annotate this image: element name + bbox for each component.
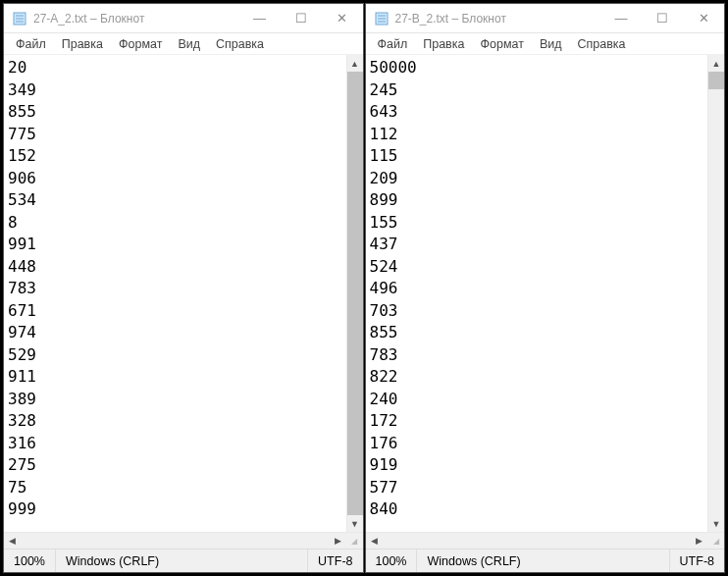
- notepad-window-a: 27-A_2.txt – Блокнот ― ☐ ✕ Файл Правка Ф…: [3, 3, 364, 573]
- text-content[interactable]: 20 349 855 775 152 906 534 8 991 448 783…: [4, 55, 346, 532]
- minimize-button[interactable]: ―: [239, 4, 281, 32]
- menu-edit[interactable]: Правка: [56, 35, 109, 53]
- resize-grip-icon[interactable]: ◢: [346, 533, 363, 549]
- hscroll-track[interactable]: [383, 533, 692, 549]
- notepad-icon: [12, 11, 27, 26]
- horizontal-scrollbar[interactable]: ◀ ▶ ◢: [366, 532, 725, 549]
- menubar: Файл Правка Формат Вид Справка: [366, 33, 725, 55]
- status-encoding: UTF-8: [670, 550, 724, 572]
- hscroll-track[interactable]: [21, 533, 330, 549]
- window-controls: ― ☐ ✕: [239, 4, 363, 32]
- scroll-down-icon[interactable]: ▼: [708, 515, 724, 532]
- menu-format[interactable]: Формат: [113, 35, 168, 53]
- menu-help[interactable]: Справка: [572, 35, 632, 53]
- close-button[interactable]: ✕: [683, 4, 724, 32]
- minimize-button[interactable]: ―: [600, 4, 642, 32]
- window-title: 27-B_2.txt – Блокнот: [395, 12, 601, 26]
- menu-view[interactable]: Вид: [534, 35, 568, 53]
- maximize-button[interactable]: ☐: [642, 4, 683, 32]
- scroll-thumb[interactable]: [347, 72, 363, 515]
- titlebar[interactable]: 27-B_2.txt – Блокнот ― ☐ ✕: [366, 4, 725, 33]
- vertical-scrollbar[interactable]: ▲ ▼: [346, 55, 363, 532]
- menu-file[interactable]: Файл: [10, 35, 52, 53]
- notepad-icon: [374, 11, 390, 26]
- maximize-button[interactable]: ☐: [281, 4, 322, 32]
- scroll-track[interactable]: [708, 72, 724, 515]
- status-zoom: 100%: [4, 550, 56, 572]
- vertical-scrollbar[interactable]: ▲ ▼: [707, 55, 724, 532]
- menubar: Файл Правка Формат Вид Справка: [4, 33, 363, 55]
- scroll-track[interactable]: [347, 72, 363, 515]
- scroll-thumb[interactable]: [708, 72, 724, 89]
- resize-grip-icon[interactable]: ◢: [707, 533, 724, 549]
- menu-file[interactable]: Файл: [372, 35, 414, 53]
- text-content[interactable]: 50000 245 643 112 115 209 899 155 437 52…: [366, 55, 708, 532]
- scroll-left-icon[interactable]: ◀: [4, 533, 21, 549]
- status-eol: Windows (CRLF): [417, 550, 669, 572]
- notepad-window-b: 27-B_2.txt – Блокнот ― ☐ ✕ Файл Правка Ф…: [365, 3, 726, 573]
- statusbar: 100% Windows (CRLF) UTF-8: [366, 549, 725, 572]
- status-eol: Windows (CRLF): [56, 550, 308, 572]
- menu-view[interactable]: Вид: [172, 35, 206, 53]
- statusbar: 100% Windows (CRLF) UTF-8: [4, 549, 363, 572]
- window-title: 27-A_2.txt – Блокнот: [33, 12, 239, 26]
- scroll-right-icon[interactable]: ▶: [691, 533, 707, 549]
- menu-edit[interactable]: Правка: [417, 35, 470, 53]
- scroll-up-icon[interactable]: ▲: [347, 55, 363, 72]
- horizontal-scrollbar[interactable]: ◀ ▶ ◢: [4, 532, 363, 549]
- content-area: 50000 245 643 112 115 209 899 155 437 52…: [366, 55, 725, 532]
- window-controls: ― ☐ ✕: [600, 4, 724, 32]
- scroll-left-icon[interactable]: ◀: [366, 533, 383, 549]
- status-zoom: 100%: [366, 550, 418, 572]
- scroll-up-icon[interactable]: ▲: [708, 55, 724, 72]
- menu-help[interactable]: Справка: [210, 35, 270, 53]
- scroll-down-icon[interactable]: ▼: [347, 515, 363, 532]
- scroll-right-icon[interactable]: ▶: [330, 533, 346, 549]
- status-encoding: UTF-8: [308, 550, 362, 572]
- close-button[interactable]: ✕: [322, 4, 363, 32]
- titlebar[interactable]: 27-A_2.txt – Блокнот ― ☐ ✕: [4, 4, 363, 33]
- menu-format[interactable]: Формат: [474, 35, 529, 53]
- content-area: 20 349 855 775 152 906 534 8 991 448 783…: [4, 55, 363, 532]
